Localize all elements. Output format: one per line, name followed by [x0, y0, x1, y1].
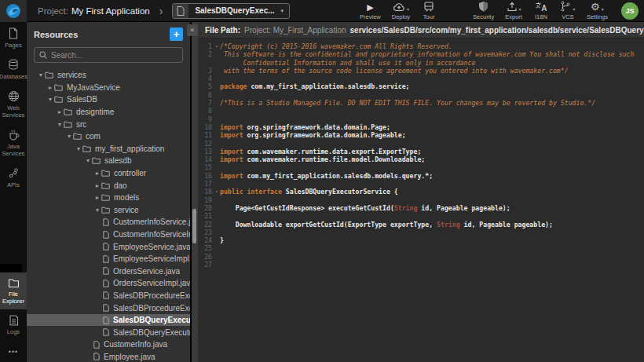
- file-path-value: services/SalesDB/src/com/my_first_applic…: [350, 26, 644, 35]
- tree-row[interactable]: ▾ my_first_application: [27, 143, 190, 155]
- tree-row[interactable]: ▸ controller: [27, 167, 190, 180]
- code-line: 20 Page<GetCustIdResponse> executeGetCus…: [198, 204, 644, 212]
- security-button[interactable]: Security: [469, 0, 498, 22]
- tree-row[interactable]: ▾ service: [27, 204, 190, 217]
- code-area[interactable]: 1 ▾ /*Copyright (c) 2015-2016 wavemaker.…: [198, 38, 644, 362]
- chevron-down-icon: ▾: [602, 7, 604, 12]
- tree-scrollbar-thumb[interactable]: [192, 209, 196, 243]
- tree-row[interactable]: Employee.java: [27, 351, 190, 362]
- line-number: 13: [198, 148, 214, 155]
- collapse-panel-button[interactable]: «: [187, 24, 198, 36]
- line-number: 27: [198, 261, 214, 269]
- sidebar-item-java-services[interactable]: Java Services: [0, 123, 27, 162]
- sidebar-item-logs[interactable]: Logs: [0, 309, 27, 340]
- tree-row[interactable]: ▾ services: [27, 69, 190, 82]
- tree-item-label: OrdersService.java: [113, 267, 180, 276]
- line-number: 10: [198, 123, 214, 131]
- sidebar-item-databases[interactable]: Databases: [0, 53, 27, 85]
- code-text: /*This is a Studio Managed File. DO NOT …: [220, 99, 595, 107]
- open-file-dropdown[interactable]: SalesDBQueryExec... ▾: [172, 3, 290, 19]
- sidebar-item-file-explorer[interactable]: File Explorer: [0, 272, 27, 309]
- tree-row[interactable]: SalesDBProcedureExecutorServiceImpl.java: [27, 302, 190, 314]
- sidebar-item-web-services[interactable]: Web Services: [0, 85, 27, 123]
- sidebar-item-apis[interactable]: APIs: [0, 162, 27, 193]
- chevron-down-icon: ▾: [281, 8, 290, 14]
- preview-button[interactable]: ▶ Preview: [356, 0, 385, 22]
- fold-marker-icon: [214, 172, 220, 180]
- fold-marker-icon: [214, 212, 220, 220]
- code-line: 2 This software is the confidential and …: [198, 50, 644, 58]
- tree-row[interactable]: CustomerInfoServiceImpl.java: [27, 229, 190, 241]
- fold-marker-icon: [214, 91, 220, 99]
- line-number: 5: [198, 82, 214, 90]
- export-icon: [507, 2, 518, 12]
- tour-button[interactable]: Tour: [417, 0, 441, 22]
- database-icon: [8, 59, 19, 71]
- code-line: 9: [198, 115, 644, 123]
- wavemaker-studio: Project: My First Application › SalesDBQ…: [0, 0, 644, 362]
- tree-row[interactable]: CustomerInfoService.java: [27, 216, 190, 229]
- tree-row[interactable]: OrdersServiceImpl.java: [27, 277, 190, 290]
- user-avatar[interactable]: JS: [621, 2, 639, 20]
- deploy-button[interactable]: ▾ Deploy: [388, 0, 414, 22]
- open-file-name: SalesDBQueryExec...: [188, 6, 280, 15]
- code-text: with the terms of the source code licens…: [220, 67, 569, 75]
- tree-row[interactable]: ▸ models: [27, 192, 190, 204]
- code-line: Confidential Information and shall use i…: [198, 59, 644, 67]
- line-number: 23: [198, 229, 214, 236]
- fold-marker-icon: [214, 236, 220, 244]
- code-line: 25: [198, 244, 644, 252]
- code-line: 7 /*This is a Studio Managed File. DO NO…: [198, 99, 644, 107]
- file-icon: [103, 328, 109, 336]
- fold-marker-icon: [214, 123, 220, 131]
- code-text: Page<GetCustIdResponse> executeGetCustId…: [220, 204, 510, 212]
- line-number: 7: [198, 99, 214, 107]
- tree-row[interactable]: SalesDBQueryExecutorService.java: [27, 314, 190, 327]
- tree-item-label: SalesDBProcedureExecutorServiceImpl.java: [113, 304, 190, 313]
- tree-item-label: dao: [114, 181, 127, 190]
- tree-row[interactable]: EmployeeService.java: [27, 240, 190, 253]
- tree-row[interactable]: ▸ designtime: [27, 106, 190, 119]
- tree-row[interactable]: CustomerInfo.java: [27, 338, 190, 351]
- code-text: This software is the confidential and pr…: [220, 50, 634, 58]
- panel-splitter[interactable]: [190, 22, 198, 362]
- vcs-button[interactable]: ▾ VCS: [556, 0, 580, 22]
- tree-row[interactable]: ▸ dao: [27, 179, 190, 192]
- tree-row[interactable]: OrdersService.java: [27, 265, 190, 278]
- add-resource-button[interactable]: +: [170, 27, 183, 41]
- fold-marker-icon: [214, 82, 220, 90]
- tree-row[interactable]: ▾ salesdb: [27, 155, 190, 167]
- i18n-button[interactable]: A I18N: [529, 0, 553, 22]
- tree-row[interactable]: SalesDBProcedureExecutorService.java: [27, 290, 190, 302]
- tree-item-label: controller: [114, 169, 146, 177]
- fold-marker-icon: [214, 163, 220, 171]
- tree-item-label: models: [114, 193, 139, 202]
- tree-arrow-icon: ▾: [75, 145, 82, 152]
- wavemaker-logo[interactable]: [0, 0, 27, 22]
- file-icon: [103, 231, 109, 239]
- tree-row[interactable]: ▸ MyJavaService: [27, 82, 190, 94]
- sidebar-item-pages[interactable]: Pages: [0, 22, 27, 53]
- tree-row[interactable]: EmployeeServiceImpl.java: [27, 253, 190, 265]
- line-number: 20: [198, 204, 214, 212]
- folder-icon: [64, 108, 72, 115]
- folder-icon: [54, 84, 63, 91]
- tree-row[interactable]: ▾ src: [27, 118, 190, 130]
- cloud-upload-icon: [393, 2, 405, 12]
- tree-row[interactable]: ▾ com: [27, 130, 190, 143]
- topbar-left-actions: ▶ Preview ▾ Deploy: [356, 0, 441, 22]
- search-input[interactable]: [51, 51, 177, 60]
- line-number: 19: [198, 196, 214, 204]
- chevron-down-icon: ▾: [519, 7, 521, 12]
- settings-button[interactable]: ⚙ ▾ Settings: [583, 0, 612, 22]
- code-line: 23: [198, 229, 644, 236]
- export-button[interactable]: ▾ Export: [501, 0, 526, 22]
- more-options-icon[interactable]: •••: [0, 340, 27, 359]
- tree-row[interactable]: ▾ SalesDB: [27, 93, 190, 106]
- line-number: 14: [198, 155, 214, 163]
- line-number: 9: [198, 115, 214, 123]
- tree-item-label: CustomerInfo.java: [104, 340, 167, 349]
- file-icon: [103, 243, 109, 250]
- tree-row[interactable]: SalesDBQueryExecutorServiceImpl.java: [27, 326, 190, 338]
- project-name[interactable]: My First Application: [71, 6, 150, 16]
